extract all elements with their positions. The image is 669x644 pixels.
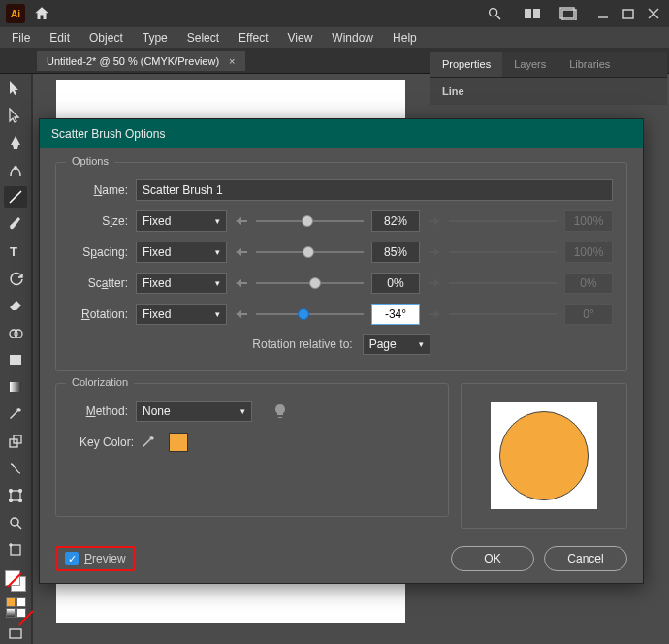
slider-max-icon <box>428 247 443 257</box>
tab-layers[interactable]: Layers <box>502 52 558 77</box>
zoom-tool-icon[interactable] <box>4 512 27 533</box>
spacing-mode-select[interactable]: Fixed▾ <box>136 242 227 263</box>
rotation-slider-2 <box>449 313 557 315</box>
chevron-down-icon: ▾ <box>215 278 220 288</box>
svg-text:T: T <box>10 244 17 258</box>
ok-button[interactable]: OK <box>451 546 534 571</box>
right-panel-body: Line <box>430 78 667 105</box>
scatter-value[interactable]: 0% <box>371 273 420 294</box>
spacing-label: Spacing: <box>70 245 128 259</box>
svg-line-25 <box>17 525 21 529</box>
shape-builder-tool-icon[interactable] <box>4 322 27 343</box>
tab-properties[interactable]: Properties <box>430 52 502 77</box>
rotation-value[interactable]: -34° <box>371 304 420 325</box>
method-select[interactable]: None▾ <box>136 401 252 422</box>
svg-point-20 <box>10 490 13 493</box>
svg-rect-3 <box>533 9 540 18</box>
rotation-mode-select[interactable]: Fixed▾ <box>136 304 227 325</box>
svg-point-23 <box>19 499 22 502</box>
size-value-2: 100% <box>564 210 613 232</box>
workspace-switcher-icon[interactable] <box>524 4 543 23</box>
rotation-relative-select[interactable]: Page▾ <box>363 334 430 355</box>
menu-effect[interactable]: Effect <box>229 28 277 48</box>
colorization-group-label: Colorization <box>66 376 134 388</box>
selection-tool-icon[interactable] <box>4 78 27 99</box>
size-mode-select[interactable]: Fixed▾ <box>136 210 227 232</box>
window-maximize-icon[interactable] <box>619 4 638 23</box>
paintbrush-tool-icon[interactable] <box>4 213 27 235</box>
slider-min-icon <box>235 278 250 288</box>
menu-help[interactable]: Help <box>383 28 427 48</box>
menu-view[interactable]: View <box>278 28 323 48</box>
window-close-icon[interactable] <box>644 4 663 23</box>
color-mode-swatches[interactable] <box>4 597 27 618</box>
window-minimize-icon[interactable] <box>593 4 613 23</box>
scatter-value-2: 0% <box>564 273 613 294</box>
fill-stroke-swatch[interactable] <box>5 570 26 592</box>
options-group: Options Name: Size: Fixed▾ 82% 100% <box>55 162 627 371</box>
svg-line-11 <box>10 191 21 203</box>
free-transform-tool-icon[interactable] <box>4 485 27 506</box>
keycolor-swatch[interactable] <box>169 433 188 452</box>
artboard-tool-icon[interactable] <box>4 539 27 561</box>
menu-type[interactable]: Type <box>133 28 177 48</box>
slider-max-icon <box>428 216 443 226</box>
screen-mode-icon[interactable] <box>4 624 27 644</box>
spacing-slider[interactable] <box>256 251 364 253</box>
svg-point-10 <box>15 167 16 169</box>
size-label: Size: <box>70 214 128 228</box>
scatter-slider[interactable] <box>256 282 364 284</box>
eraser-tool-icon[interactable] <box>4 295 27 316</box>
tab-libraries[interactable]: Libraries <box>558 52 621 77</box>
type-tool-icon[interactable]: T <box>4 241 27 262</box>
method-label: Method: <box>70 404 128 418</box>
size-slider[interactable] <box>256 220 364 222</box>
menu-window[interactable]: Window <box>322 28 383 48</box>
name-label: Name: <box>70 183 128 197</box>
svg-rect-18 <box>14 435 21 443</box>
rotation-slider[interactable] <box>256 313 364 315</box>
spacing-value[interactable]: 85% <box>371 242 420 263</box>
chevron-down-icon: ▾ <box>240 406 245 416</box>
svg-line-1 <box>496 16 500 19</box>
colorization-group: Colorization Method: None▾ Key Color: <box>55 383 449 517</box>
scatter-mode-select[interactable]: Fixed▾ <box>136 273 227 294</box>
spacing-slider-2 <box>449 251 557 253</box>
direct-select-tool-icon[interactable] <box>4 105 27 126</box>
tab-close-icon[interactable]: × <box>229 55 235 67</box>
menu-select[interactable]: Select <box>177 28 229 48</box>
size-value[interactable]: 82% <box>371 210 420 232</box>
arrange-docs-icon[interactable] <box>558 4 578 23</box>
pen-tool-icon[interactable] <box>4 132 27 153</box>
slider-max-icon <box>428 309 443 319</box>
curvature-tool-icon[interactable] <box>4 159 27 180</box>
menu-edit[interactable]: Edit <box>40 28 80 48</box>
svg-rect-19 <box>11 491 20 500</box>
scale-tool-icon[interactable] <box>4 431 27 452</box>
search-icon[interactable] <box>485 4 504 23</box>
keycolor-eyedropper-icon[interactable] <box>142 435 161 449</box>
svg-rect-26 <box>11 545 20 555</box>
rectangle-tool-icon[interactable] <box>4 349 27 370</box>
rotation-value-2: 0° <box>564 304 613 325</box>
cancel-button[interactable]: Cancel <box>544 546 627 571</box>
width-tool-icon[interactable] <box>4 458 27 479</box>
menu-file[interactable]: File <box>2 28 40 48</box>
gradient-tool-icon[interactable] <box>4 376 27 398</box>
slider-max-icon <box>428 278 443 288</box>
home-icon[interactable] <box>33 5 50 22</box>
slider-min-icon <box>235 216 250 226</box>
name-input[interactable] <box>136 179 613 201</box>
rotate-tool-icon[interactable] <box>4 268 27 289</box>
brush-preview-canvas <box>491 402 597 509</box>
menu-object[interactable]: Object <box>80 28 133 48</box>
lightbulb-tip-icon[interactable] <box>273 403 287 419</box>
eyedropper-tool-icon[interactable] <box>4 403 27 425</box>
preview-checkbox[interactable]: ✓ Preview <box>55 546 136 571</box>
line-tool-icon[interactable] <box>4 186 27 208</box>
document-tab[interactable]: Untitled-2* @ 50 % (CMYK/Preview) × <box>37 51 245 71</box>
svg-rect-2 <box>525 9 531 18</box>
chevron-down-icon: ▾ <box>215 247 220 257</box>
size-slider-2 <box>449 220 557 222</box>
right-panel-tabs: Properties Layers Libraries <box>430 52 667 78</box>
